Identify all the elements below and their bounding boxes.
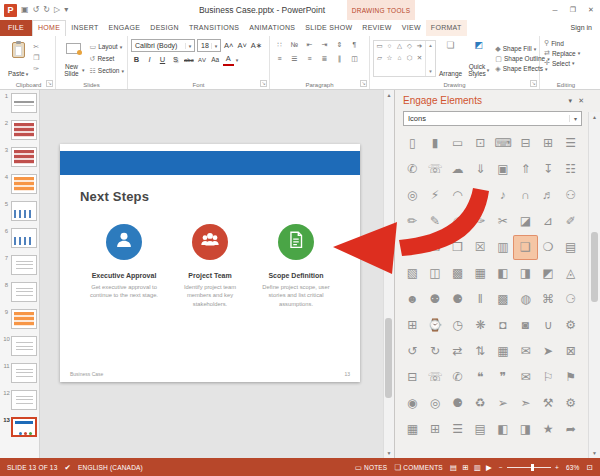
shape-9[interactable]: ✕ (415, 54, 424, 65)
tab-design[interactable]: DESIGN (145, 20, 184, 36)
media-folder-icon[interactable]: ◨ (514, 262, 537, 285)
envelope-icon[interactable]: ✉ (514, 366, 537, 389)
comments-button[interactable]: ❏COMMENTS (394, 463, 442, 472)
spreadsheet-icon[interactable]: ▤ (469, 418, 492, 441)
font-size-combo[interactable]: 18▾ (197, 39, 221, 52)
mobile-phone-icon[interactable]: ▮ (424, 132, 447, 155)
pin-icon[interactable]: ⚑ (559, 366, 582, 389)
ruler-icon[interactable]: ⊿ (537, 210, 560, 233)
restore-icon[interactable]: ❐ (564, 0, 582, 20)
gallery-up-icon[interactable]: ▲ (428, 43, 432, 48)
share-icon[interactable]: ➦ (559, 418, 582, 441)
scroll-up-icon[interactable]: ▲ (387, 92, 392, 98)
table-icon[interactable]: ▦ (401, 418, 424, 441)
send-icon[interactable]: ➤ (537, 340, 560, 363)
shape-5[interactable]: ▱ (375, 54, 384, 65)
shape-7[interactable]: ⌂ (395, 54, 404, 65)
slide-indicator[interactable]: SLIDE 13 OF 13 (7, 464, 58, 471)
bug-icon[interactable]: ⚉ (424, 288, 447, 311)
start-from-beginning-icon[interactable]: ▷ (54, 0, 60, 20)
shape-0[interactable]: ▭ (375, 42, 384, 53)
slide-item-project-team[interactable]: Project Team Identify project team membe… (170, 224, 250, 308)
change-case-button[interactable]: Aa (210, 54, 221, 66)
slide-thumbnail-11[interactable]: 11 (2, 363, 39, 384)
microphone-icon[interactable]: ♪ (492, 184, 515, 207)
unlock-icon[interactable]: ◙ (514, 314, 537, 337)
gallery-down-icon[interactable]: ▼ (428, 69, 432, 74)
normal-view-button[interactable]: ▤ (450, 463, 457, 472)
italic-button[interactable]: I (144, 54, 155, 66)
slide-thumbnail-12[interactable]: 12 (2, 390, 39, 411)
scroll-down-icon[interactable]: ▼ (387, 450, 392, 456)
photo-camera-icon[interactable]: ⚈ (446, 392, 469, 415)
briefcase-icon[interactable]: ▦ (492, 340, 515, 363)
panel-close-icon[interactable]: ✕ (578, 97, 584, 105)
font-name-combo[interactable]: Calibri (Body)▾ (131, 39, 195, 52)
film-strip-icon[interactable]: ▦ (469, 262, 492, 285)
shape-4[interactable]: ➔ (415, 42, 424, 53)
tag-icon[interactable]: ➢ (492, 392, 515, 415)
tools-icon[interactable]: ⚒ (537, 392, 560, 415)
sync-icon[interactable]: ↺ (401, 340, 424, 363)
language-status[interactable]: ENGLISH (CANADA) (78, 464, 143, 471)
eraser-icon[interactable]: ◪ (514, 210, 537, 233)
zoom-slider-handle[interactable] (531, 464, 534, 471)
file-icon[interactable]: ❑ (514, 236, 537, 259)
tags-icon[interactable]: ➣ (514, 392, 537, 415)
grow-font-button[interactable]: A˄ (223, 40, 234, 52)
speaker-icon[interactable]: ♬ (537, 184, 560, 207)
quick-styles-button[interactable]: ◩ Quick Styles▾ (465, 39, 492, 78)
tab-review[interactable]: REVIEW (357, 20, 396, 36)
mail-icon[interactable]: ✉ (514, 340, 537, 363)
game-controller-icon[interactable]: ⚇ (559, 184, 582, 207)
pen-icon[interactable]: ✎ (424, 210, 447, 233)
display-icon[interactable]: ▣ (492, 158, 515, 181)
layout-icon[interactable]: ◧ (492, 418, 515, 441)
arrange-button[interactable]: ❏ Arrange (436, 39, 465, 78)
photo-icon[interactable]: ◫ (424, 262, 447, 285)
open-folder-icon[interactable]: ◩ (537, 262, 560, 285)
font-color-button[interactable]: A (223, 54, 234, 66)
indent-decrease-button[interactable]: ⇤ (303, 39, 316, 51)
star-icon[interactable]: ★ (537, 418, 560, 441)
slide-thumbnail-7[interactable]: 7 (2, 255, 39, 276)
align-center-button[interactable]: ☰ (288, 53, 301, 65)
reset-button[interactable]: ↺Reset (90, 54, 124, 64)
wifi-icon[interactable]: ◠ (446, 184, 469, 207)
refresh-icon[interactable]: ↻ (424, 340, 447, 363)
font-dialog-launcher[interactable]: ↘ (260, 80, 267, 87)
numbering-button[interactable]: № (288, 39, 301, 51)
tab-engage[interactable]: ENGAGE (104, 20, 146, 36)
cut-icon[interactable]: ✂ (33, 42, 39, 51)
slide-thumbnail-5[interactable]: 5 (2, 201, 39, 222)
phone-call-icon[interactable]: ✆ (401, 158, 424, 181)
section-button[interactable]: ☷Section▾ (90, 66, 124, 76)
slide-thumbnail-10[interactable]: 10 (2, 336, 39, 357)
chip-icon[interactable]: ⌘ (537, 288, 560, 311)
reading-view-button[interactable]: ▥ (474, 463, 481, 472)
slide-item-scope-definition[interactable]: Scope Definition Define project scope, u… (256, 224, 336, 308)
close-icon[interactable]: ✕ (582, 0, 600, 20)
sign-in-link[interactable]: Sign in (563, 20, 600, 36)
slide-thumbnail-1[interactable]: 1 (2, 93, 39, 114)
notepad-icon[interactable]: ❏ (401, 236, 424, 259)
television-icon[interactable]: ⊞ (537, 132, 560, 155)
slide-sorter-button[interactable]: ⊞ (462, 463, 468, 472)
closed-folder-icon[interactable]: ▤ (559, 236, 582, 259)
list-icon[interactable]: ☰ (446, 418, 469, 441)
telephone-icon[interactable]: ☏ (424, 158, 447, 181)
webcam-icon[interactable]: ⚆ (559, 288, 582, 311)
zoom-slider[interactable] (507, 467, 551, 468)
grid-icon[interactable]: ⊞ (424, 418, 447, 441)
shared-folder-icon[interactable]: ◬ (559, 262, 582, 285)
beetle-icon[interactable]: ⚈ (446, 288, 469, 311)
lock-icon[interactable]: ◘ (492, 314, 515, 337)
paragraph-dialog-launcher[interactable]: ↘ (360, 80, 367, 87)
customize-qat-icon[interactable]: ▾ (64, 0, 68, 20)
align-right-button[interactable]: ≡ (303, 53, 316, 65)
barcode-icon[interactable]: ‖ (469, 288, 492, 311)
select-button[interactable]: ✛Select▾ (544, 59, 589, 67)
trash-icon[interactable]: ☒ (469, 236, 492, 259)
clipboard-dialog-launcher[interactable]: ↘ (46, 80, 53, 87)
align-left-button[interactable]: ≡ (273, 53, 286, 65)
